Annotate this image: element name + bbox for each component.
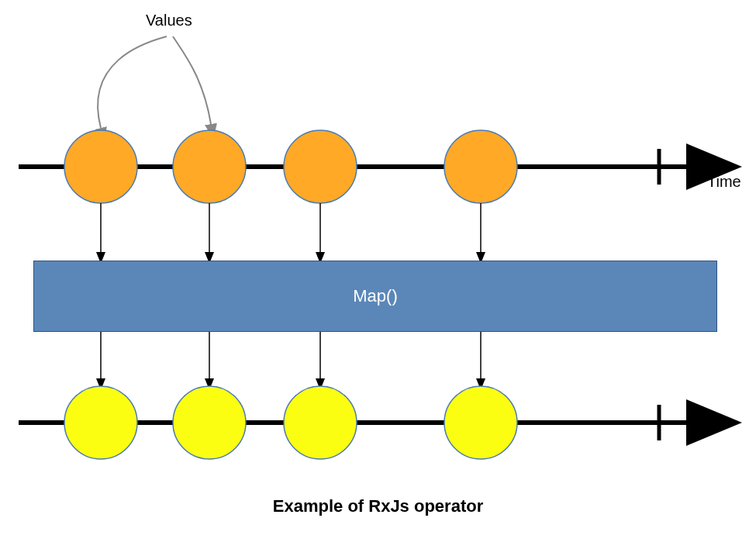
input-marble [64, 130, 137, 203]
input-marble [444, 130, 517, 203]
time-axis-label: Time [707, 173, 741, 191]
output-marble [173, 386, 246, 459]
input-marble [284, 130, 357, 203]
input-marble [173, 130, 246, 203]
values-connector-left [98, 36, 167, 128]
operator-box: Map() [33, 261, 717, 332]
output-marble [284, 386, 357, 459]
output-marble [444, 386, 517, 459]
output-marble [64, 386, 137, 459]
marble-diagram: Values Time Map() Example of RxJs operat… [0, 0, 756, 549]
operator-name: Map() [353, 286, 397, 306]
values-annotation-label: Values [146, 12, 192, 29]
values-connector-right [173, 36, 211, 124]
diagram-caption: Example of RxJs operator [0, 496, 756, 516]
